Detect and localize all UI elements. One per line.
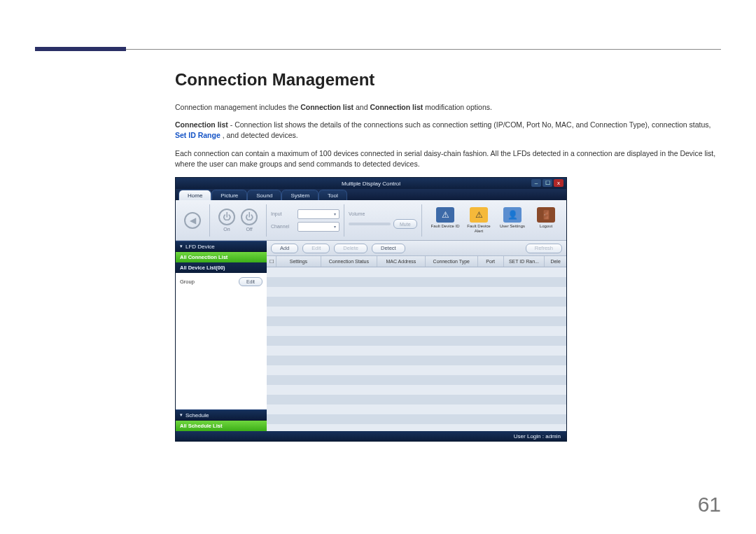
refresh-button[interactable]: Refresh (526, 244, 562, 253)
power-on-label: On (223, 227, 230, 232)
label: Logout (540, 224, 552, 229)
user-settings-button[interactable]: 👤 User Settings (498, 207, 527, 233)
table-row (267, 395, 566, 405)
mute-button[interactable]: Mute (393, 219, 417, 229)
tab-sound[interactable]: Sound (247, 190, 281, 200)
group-row: Group Edit (180, 277, 262, 286)
tab-home[interactable]: Home (178, 190, 211, 200)
tab-tool[interactable]: Tool (318, 190, 347, 200)
divider (421, 204, 422, 237)
group-label: Group (180, 279, 195, 285)
column-delete[interactable]: Dele (545, 256, 566, 267)
door-icon: 🚪 (537, 207, 555, 223)
app-window-title: Multiple Display Control (342, 181, 400, 187)
app-titlebar: Multiple Display Control – ☐ x (176, 178, 566, 189)
table-row (267, 346, 566, 356)
divider (266, 204, 267, 237)
table-row (267, 316, 566, 326)
source-controls: Input ▾ Channel ▾ (271, 209, 340, 232)
close-button[interactable]: x (554, 179, 564, 187)
divider (209, 204, 210, 237)
table-row (267, 287, 566, 297)
label: Fault Device Alert (464, 224, 493, 233)
fault-device-id-button[interactable]: ⚠ Fault Device ID (430, 207, 460, 233)
sidebar-section-lfd-device[interactable]: ▾LFD Device (176, 241, 267, 252)
table-row (267, 405, 566, 414)
label: LFD Device (186, 244, 215, 250)
chevron-down-icon: ▾ (180, 244, 183, 249)
main-panel: Add Edit Delete Detect Refresh ☐ Setting… (267, 241, 566, 431)
channel-label: Channel (271, 224, 295, 229)
table-row (267, 326, 566, 336)
add-button[interactable]: Add (271, 244, 298, 253)
table-row (267, 267, 566, 277)
column-port[interactable]: Port (478, 256, 504, 267)
delete-button[interactable]: Delete (334, 244, 368, 253)
tab-bar: Home Picture Sound System Tool (176, 189, 566, 200)
user-icon: 👤 (503, 207, 522, 223)
label: Schedule (186, 412, 209, 419)
group-edit-button[interactable]: Edit (239, 277, 262, 286)
monitor-warning-icon: ⚠ (436, 207, 454, 223)
detect-button[interactable]: Detect (372, 244, 405, 253)
tab-system[interactable]: System (281, 190, 318, 200)
toolbar-actions: ⚠ Fault Device ID ⚠ Fault Device Alert 👤… (430, 207, 562, 233)
column-set-id-range[interactable]: SET ID Ran... (504, 256, 545, 267)
table-header: ☐ Settings Connection Status MAC Address… (267, 256, 566, 267)
sidebar-section-schedule[interactable]: ▾Schedule (176, 409, 267, 421)
minimize-button[interactable]: – (531, 179, 541, 187)
header-accent (35, 47, 126, 51)
text: and (356, 103, 370, 111)
channel-dropdown[interactable]: ▾ (298, 222, 340, 232)
column-connection-status[interactable]: Connection Status (321, 256, 377, 267)
table-row (267, 307, 566, 316)
edit-button[interactable]: Edit (302, 244, 330, 253)
app-screenshot: Multiple Display Control – ☐ x Home Pict… (175, 177, 567, 442)
table-row (267, 277, 566, 287)
fault-device-alert-button[interactable]: ⚠ Fault Device Alert (464, 207, 493, 233)
sidebar-item-all-connection-list[interactable]: All Connection List (176, 252, 267, 262)
header-rule (35, 49, 721, 50)
power-on-button[interactable]: ⏻ (218, 209, 235, 225)
input-label: Input (271, 211, 295, 216)
bold-connection-list-2: Connection list (370, 103, 423, 111)
app-body: ▾LFD Device All Connection List All Devi… (176, 241, 566, 431)
chevron-down-icon: ▾ (180, 412, 183, 418)
power-off-label: Off (246, 227, 252, 232)
user-login-status: User Login : admin (514, 433, 561, 440)
power-off-button[interactable]: ⏻ (241, 209, 258, 225)
logout-button[interactable]: 🚪 Logout (531, 207, 561, 233)
sidebar-item-all-device-list[interactable]: All Device List(00) (176, 262, 267, 273)
set-id-range-text: Set ID Range (175, 131, 220, 139)
table-row (267, 385, 566, 395)
power-group: ⏻ On ⏻ Off (214, 207, 262, 233)
column-settings[interactable]: Settings (276, 256, 321, 267)
table-row (267, 365, 566, 375)
table-row (267, 375, 566, 385)
input-dropdown[interactable]: ▾ (298, 209, 340, 219)
sidebar-item-all-schedule-list[interactable]: All Schedule List (176, 421, 267, 431)
label: User Settings (500, 224, 525, 229)
text: Connection management includes the (175, 103, 300, 111)
maximize-button[interactable]: ☐ (542, 179, 552, 187)
text: , and detected devices. (223, 131, 298, 139)
status-bar: User Login : admin (176, 431, 566, 441)
volume-controls: Volume Mute (349, 211, 417, 229)
table-row (267, 297, 566, 307)
window-buttons: – ☐ x (531, 179, 564, 187)
column-mac-address[interactable]: MAC Address (377, 256, 426, 267)
volume-slider[interactable] (349, 223, 391, 225)
table-row (267, 356, 566, 365)
tab-picture[interactable]: Picture (211, 190, 247, 200)
chevron-down-icon: ▾ (334, 224, 336, 229)
connection-list-paragraph: Connection list - Connection list shows … (175, 120, 721, 141)
checkbox-column[interactable]: ☐ (267, 256, 276, 267)
bold-connection-list: Connection list (175, 120, 228, 129)
action-row: Add Edit Delete Detect Refresh (267, 241, 566, 256)
label: Fault Device ID (430, 224, 459, 229)
bold-connection-list-1: Connection list (300, 103, 354, 111)
table-row (267, 414, 566, 424)
data-grid (267, 267, 566, 431)
column-connection-type[interactable]: Connection Type (426, 256, 478, 267)
back-button[interactable]: ◀ (184, 212, 201, 229)
